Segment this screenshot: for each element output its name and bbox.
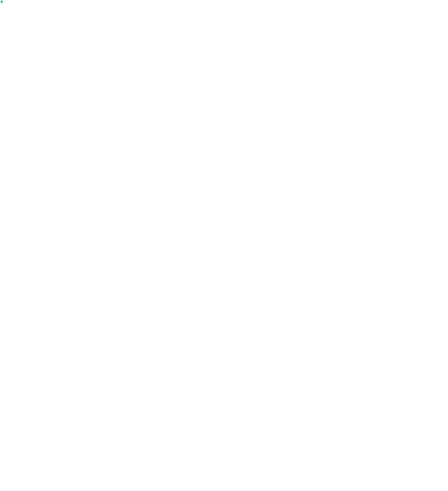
selection-box [0,0,3,3]
spreadsheet [0,0,448,491]
selection-handle[interactable] [0,0,3,3]
